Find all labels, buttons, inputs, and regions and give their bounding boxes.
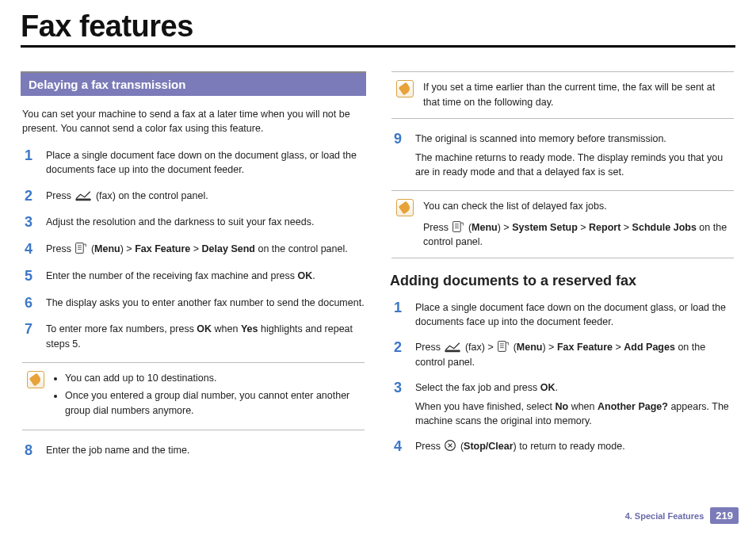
step-number: 9	[391, 132, 404, 147]
step-number: 6	[22, 296, 35, 311]
stop-clear-icon	[444, 439, 456, 452]
page-number-badge: 219	[710, 507, 739, 524]
right-column: If you set a time earlier than the curre…	[390, 71, 735, 470]
fax-icon	[74, 190, 92, 201]
step-number: 3	[391, 380, 404, 396]
step-text: Place a single document face down on the…	[46, 148, 365, 177]
note-body: If you set a time earlier than the curre…	[423, 80, 729, 110]
chapter-label: 4. Special Features	[625, 511, 704, 521]
step-text: Press (Menu) > Fax Feature > Delay Send …	[46, 242, 365, 256]
steps-list: 1 Place a single document face down on t…	[22, 148, 365, 350]
step-6: 6 The display asks you to enter another …	[22, 296, 365, 311]
step-number: 4	[391, 439, 404, 455]
left-column: Delaying a fax transmission You can set …	[21, 71, 366, 470]
note-box: If you set a time earlier than the curre…	[391, 71, 734, 119]
step-text: Enter the job name and the time.	[46, 443, 365, 457]
note-icon	[396, 80, 414, 97]
steps-list-cont: 8 Enter the job name and the time.	[22, 443, 365, 459]
step-number: 8	[22, 443, 35, 459]
step-8: 8 Enter the job name and the time.	[22, 443, 365, 459]
note-box: You can add up to 10 destinations. Once …	[22, 362, 365, 430]
step-number: 4	[22, 242, 35, 258]
add-step-1: 1 Place a single document face down on t…	[391, 300, 734, 329]
subheading-adding-docs: Adding documents to a reserved fax	[390, 273, 735, 289]
step-text: The display asks you to enter another fa…	[46, 296, 365, 310]
section-intro: You can set your machine to send a fax a…	[22, 107, 365, 136]
step-number: 5	[22, 269, 35, 285]
step-4: 4 Press (Menu) > Fax Feature > Delay Sen…	[22, 242, 365, 258]
step-text: To enter more fax numbers, press OK when…	[46, 322, 365, 350]
steps-list-cont: 9 The original is scanned into memory be…	[391, 132, 734, 179]
add-step-2: 2 Press (fax) > (Menu) > Fax Feature > A…	[391, 340, 734, 369]
step-number: 1	[391, 300, 404, 316]
note-icon	[27, 371, 44, 388]
step-number: 2	[22, 189, 35, 204]
step-text: Press (Stop/Clear) to return to ready mo…	[415, 439, 734, 453]
step-text: The original is scanned into memory befo…	[415, 132, 734, 179]
note-item: Once you entered a group dial number, yo…	[65, 388, 360, 418]
step-text: Enter the number of the receiving fax ma…	[46, 269, 365, 283]
step-number: 1	[22, 148, 35, 164]
step-number: 3	[22, 215, 35, 231]
step-5: 5 Enter the number of the receiving fax …	[22, 269, 365, 285]
menu-icon	[452, 220, 464, 233]
content-columns: Delaying a fax transmission You can set …	[21, 71, 735, 470]
step-text: Press (fax) > (Menu) > Fax Feature > Add…	[415, 340, 734, 369]
note-icon	[396, 199, 414, 216]
step-text: Press (fax) on the control panel.	[46, 189, 365, 203]
page-footer: 4. Special Features 219	[625, 507, 739, 524]
note-box: You can check the list of delayed fax jo…	[391, 190, 734, 258]
menu-icon	[74, 242, 87, 254]
step-9: 9 The original is scanned into memory be…	[391, 132, 734, 179]
note-body: You can add up to 10 destinations. Once …	[54, 371, 360, 422]
step-2: 2 Press (fax) on the control panel.	[22, 189, 365, 204]
manual-page: Fax features Delaying a fax transmission…	[0, 0, 756, 470]
fax-icon	[444, 342, 461, 353]
step-1: 1 Place a single document face down on t…	[22, 148, 365, 177]
page-title: Fax features	[21, 10, 735, 44]
step-text: Place a single document face down on the…	[415, 300, 734, 329]
title-rule	[21, 45, 735, 48]
step-number: 7	[22, 322, 35, 338]
step-3: 3 Adjust the resolution and the darkness…	[22, 215, 365, 231]
note-body: You can check the list of delayed fax jo…	[423, 199, 729, 250]
step-number: 2	[391, 340, 404, 356]
add-step-4: 4 Press (Stop/Clear) to return to ready …	[391, 439, 734, 455]
steps-list-add: 1 Place a single document face down on t…	[391, 300, 734, 455]
step-text: Adjust the resolution and the darkness t…	[46, 215, 365, 229]
section-heading-delaying: Delaying a fax transmission	[21, 71, 366, 96]
menu-icon	[497, 340, 510, 353]
note-item: You can add up to 10 destinations.	[65, 371, 360, 386]
step-7: 7 To enter more fax numbers, press OK wh…	[22, 322, 365, 350]
step-text: Select the fax job and press OK. When yo…	[415, 380, 734, 428]
add-step-3: 3 Select the fax job and press OK. When …	[391, 380, 734, 428]
